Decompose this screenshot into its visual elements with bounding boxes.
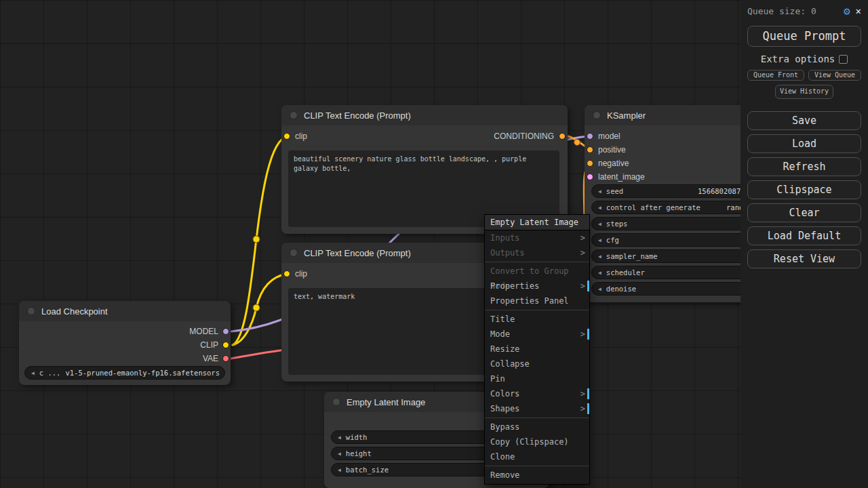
menu-item-properties[interactable]: Properties > xyxy=(485,279,589,293)
queue-front-button[interactable]: Queue Front xyxy=(747,70,804,81)
collapse-dot-icon[interactable] xyxy=(290,249,298,257)
widget-left-arrow-icon[interactable]: ◀ xyxy=(598,221,601,227)
node-title: CLIP Text Encode (Prompt) xyxy=(304,110,411,121)
widget-left-arrow-icon[interactable]: ◀ xyxy=(598,286,601,292)
sidebar-menu: Queue size: 0 ⚙ ✕ Queue Prompt Extra opt… xyxy=(741,0,868,488)
settings-gear-icon[interactable]: ⚙ xyxy=(844,5,850,18)
collapse-dot-icon[interactable] xyxy=(27,307,35,315)
extra-options-checkbox[interactable] xyxy=(839,55,848,64)
node-title: CLIP Text Encode (Prompt) xyxy=(304,248,411,258)
input-label-model: model xyxy=(598,131,620,141)
submenu-arrow-icon: > xyxy=(580,327,585,342)
node-title-bar[interactable]: CLIP Text Encode (Prompt) xyxy=(281,105,568,125)
save-button[interactable]: Save xyxy=(747,111,861,130)
menu-item-mode[interactable]: Mode > xyxy=(485,327,589,342)
input-dot-negative[interactable] xyxy=(587,160,593,167)
input-dot-positive[interactable] xyxy=(587,146,593,153)
widget-left-arrow-icon[interactable]: ◀ xyxy=(598,270,601,276)
submenu-arrow-icon: > xyxy=(580,279,585,293)
input-label-clip: clip xyxy=(295,269,307,279)
collapse-dot-icon[interactable] xyxy=(593,111,601,119)
menu-item-collapse[interactable]: Collapse xyxy=(485,357,589,371)
comfyui-canvas[interactable]: Load Checkpoint MODEL CLIP VAE ◀ c ... v… xyxy=(0,0,868,488)
menu-item-inputs: Inputs > xyxy=(485,230,589,245)
submenu-arrow-icon: > xyxy=(580,401,585,416)
input-dot-clip[interactable] xyxy=(283,270,290,277)
combo-label: c ... xyxy=(39,369,61,377)
context-menu-title: Empty Latent Image xyxy=(485,215,589,230)
output-label-vae: VAE xyxy=(203,354,218,363)
combo-left-arrow-icon[interactable]: ◀ xyxy=(31,370,35,376)
reset-view-button[interactable]: Reset View xyxy=(747,249,861,268)
node-title: Load Checkpoint xyxy=(41,306,108,317)
output-label-clip: CLIP xyxy=(200,340,218,350)
output-label-model: MODEL xyxy=(189,327,218,336)
menu-item-clone[interactable]: Clone xyxy=(485,449,589,464)
widget-label: sampler_name xyxy=(606,252,658,260)
queue-size-label: Queue size: 0 xyxy=(747,6,838,16)
link-dot xyxy=(574,140,580,146)
input-label-positive: positive xyxy=(598,145,626,155)
ckpt-name-combo[interactable]: ◀ c ... v1-5-pruned-emaonly-fp16.safeten… xyxy=(24,366,225,380)
widget-left-arrow-icon[interactable]: ◀ xyxy=(598,188,601,195)
queue-prompt-button[interactable]: Queue Prompt xyxy=(747,26,861,47)
menu-item-remove[interactable]: Remove xyxy=(485,468,589,483)
input-label-negative: negative xyxy=(598,159,629,168)
link-dot xyxy=(253,304,260,311)
menu-item-title[interactable]: Title xyxy=(485,312,589,327)
view-queue-button[interactable]: View Queue xyxy=(808,70,861,81)
widget-label: height xyxy=(346,449,372,458)
combo-right-arrow-icon[interactable]: ▶ xyxy=(224,370,225,376)
widget-left-arrow-icon[interactable]: ◀ xyxy=(338,434,341,441)
refresh-button[interactable]: Refresh xyxy=(747,157,861,176)
widget-label: batch_size xyxy=(346,466,389,474)
submenu-arrow-icon: > xyxy=(580,386,585,401)
input-label-latent-image: latent_image xyxy=(598,172,645,182)
output-dot-conditioning[interactable] xyxy=(559,133,566,140)
link-dot xyxy=(253,236,260,243)
menu-item-colors[interactable]: Colors > xyxy=(485,386,589,401)
input-label-clip: clip xyxy=(295,131,307,141)
menu-item-resize[interactable]: Resize xyxy=(485,342,589,357)
collapse-dot-icon[interactable] xyxy=(290,111,298,119)
input-dot-model[interactable] xyxy=(587,133,593,140)
node-title-bar[interactable]: Load Checkpoint xyxy=(19,301,231,321)
output-label-conditioning: CONDITIONING xyxy=(494,131,554,141)
widget-left-arrow-icon[interactable]: ◀ xyxy=(338,467,341,473)
widget-label: scheduler xyxy=(606,268,645,277)
widget-label: seed xyxy=(606,187,623,195)
menu-item-bypass[interactable]: Bypass xyxy=(485,420,589,434)
menu-item-copy-clipspace[interactable]: Copy (Clipspace) xyxy=(485,434,589,449)
load-button[interactable]: Load xyxy=(747,134,861,153)
input-dot-latent-image[interactable] xyxy=(587,174,593,180)
collapse-dot-icon[interactable] xyxy=(332,398,340,406)
widget-left-arrow-icon[interactable]: ◀ xyxy=(338,451,341,457)
load-default-button[interactable]: Load Default xyxy=(747,226,861,245)
menu-item-shapes[interactable]: Shapes > xyxy=(485,401,589,416)
node-load-checkpoint[interactable]: Load Checkpoint MODEL CLIP VAE ◀ c ... v… xyxy=(19,301,231,385)
node-title: Empty Latent Image xyxy=(347,397,425,407)
input-dot-clip[interactable] xyxy=(283,133,290,140)
menu-divider xyxy=(485,418,589,418)
view-history-button[interactable]: View History xyxy=(775,85,833,99)
widget-label: denoise xyxy=(606,285,636,293)
output-dot-model[interactable] xyxy=(222,328,229,335)
close-icon[interactable]: ✕ xyxy=(856,5,861,16)
submenu-arrow-icon: > xyxy=(580,245,585,260)
widget-label: width xyxy=(346,433,368,441)
node-title: KSampler xyxy=(607,110,646,121)
menu-item-pin[interactable]: Pin xyxy=(485,371,589,386)
context-menu: Empty Latent Image Inputs > Outputs > Co… xyxy=(484,214,590,485)
clear-button[interactable]: Clear xyxy=(747,203,861,222)
output-dot-clip[interactable] xyxy=(222,342,229,348)
widget-left-arrow-icon[interactable]: ◀ xyxy=(598,205,601,211)
widget-label: cfg xyxy=(606,236,619,244)
widget-left-arrow-icon[interactable]: ◀ xyxy=(598,253,601,260)
widget-left-arrow-icon[interactable]: ◀ xyxy=(598,237,601,243)
combo-value: v1-5-pruned-emaonly-fp16.safetensors xyxy=(65,369,220,377)
menu-item-properties-panel[interactable]: Properties Panel xyxy=(485,293,589,308)
menu-item-convert-to-group-node: Convert to Group Node xyxy=(485,264,589,279)
clipspace-button[interactable]: Clipspace xyxy=(747,180,861,199)
menu-divider xyxy=(485,466,589,466)
output-dot-vae[interactable] xyxy=(222,355,229,362)
